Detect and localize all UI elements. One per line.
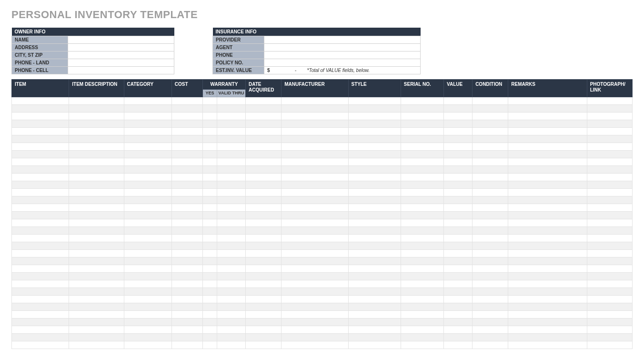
table-cell[interactable] bbox=[171, 120, 202, 127]
table-cell[interactable] bbox=[508, 127, 587, 135]
table-cell[interactable] bbox=[202, 303, 217, 310]
table-cell[interactable] bbox=[444, 158, 473, 165]
table-cell[interactable] bbox=[587, 318, 632, 326]
table-cell[interactable] bbox=[444, 272, 473, 280]
table-cell[interactable] bbox=[171, 219, 202, 226]
table-cell[interactable] bbox=[171, 158, 202, 165]
table-cell[interactable] bbox=[473, 280, 508, 288]
table-cell[interactable] bbox=[202, 127, 217, 135]
table-cell[interactable] bbox=[508, 265, 587, 272]
table-cell[interactable] bbox=[348, 226, 401, 234]
owner-phone-land-value[interactable] bbox=[68, 59, 174, 67]
table-cell[interactable] bbox=[246, 295, 282, 303]
table-cell[interactable] bbox=[348, 188, 401, 196]
table-cell[interactable] bbox=[124, 112, 171, 120]
table-cell[interactable] bbox=[348, 280, 401, 288]
table-cell[interactable] bbox=[12, 257, 69, 265]
table-cell[interactable] bbox=[217, 341, 245, 349]
table-cell[interactable] bbox=[508, 143, 587, 150]
table-cell[interactable] bbox=[124, 280, 171, 288]
owner-address-value[interactable] bbox=[68, 44, 174, 51]
table-cell[interactable] bbox=[69, 257, 124, 265]
table-cell[interactable] bbox=[171, 265, 202, 272]
table-cell[interactable] bbox=[473, 242, 508, 249]
table-cell[interactable] bbox=[69, 188, 124, 196]
table-cell[interactable] bbox=[12, 249, 69, 257]
table-cell[interactable] bbox=[508, 257, 587, 265]
table-cell[interactable] bbox=[444, 211, 473, 219]
table-cell[interactable] bbox=[473, 112, 508, 120]
table-cell[interactable] bbox=[12, 150, 69, 158]
table-cell[interactable] bbox=[401, 310, 443, 318]
table-cell[interactable] bbox=[124, 303, 171, 310]
table-cell[interactable] bbox=[348, 219, 401, 226]
table-cell[interactable] bbox=[587, 188, 632, 196]
table-cell[interactable] bbox=[202, 295, 217, 303]
table-cell[interactable] bbox=[217, 196, 245, 204]
table-cell[interactable] bbox=[69, 341, 124, 349]
table-cell[interactable] bbox=[217, 219, 245, 226]
table-cell[interactable] bbox=[348, 143, 401, 150]
table-cell[interactable] bbox=[217, 249, 245, 257]
table-cell[interactable] bbox=[246, 288, 282, 295]
table-cell[interactable] bbox=[202, 318, 217, 326]
table-cell[interactable] bbox=[69, 143, 124, 150]
table-cell[interactable] bbox=[508, 295, 587, 303]
table-cell[interactable] bbox=[171, 173, 202, 181]
table-cell[interactable] bbox=[12, 165, 69, 173]
table-cell[interactable] bbox=[444, 127, 473, 135]
table-cell[interactable] bbox=[282, 104, 348, 112]
table-cell[interactable] bbox=[69, 158, 124, 165]
table-cell[interactable] bbox=[124, 97, 171, 104]
table-cell[interactable] bbox=[401, 326, 443, 333]
table-cell[interactable] bbox=[217, 165, 245, 173]
table-cell[interactable] bbox=[217, 181, 245, 188]
table-cell[interactable] bbox=[401, 333, 443, 341]
table-cell[interactable] bbox=[587, 333, 632, 341]
table-cell[interactable] bbox=[217, 310, 245, 318]
table-cell[interactable] bbox=[69, 303, 124, 310]
table-cell[interactable] bbox=[587, 295, 632, 303]
table-cell[interactable] bbox=[12, 135, 69, 143]
table-cell[interactable] bbox=[246, 333, 282, 341]
table-cell[interactable] bbox=[217, 204, 245, 211]
table-cell[interactable] bbox=[171, 341, 202, 349]
table-cell[interactable] bbox=[401, 234, 443, 242]
table-cell[interactable] bbox=[124, 295, 171, 303]
table-cell[interactable] bbox=[587, 288, 632, 295]
table-cell[interactable] bbox=[69, 135, 124, 143]
table-cell[interactable] bbox=[282, 265, 348, 272]
table-cell[interactable] bbox=[217, 234, 245, 242]
table-cell[interactable] bbox=[202, 150, 217, 158]
table-cell[interactable] bbox=[508, 150, 587, 158]
table-cell[interactable] bbox=[124, 242, 171, 249]
table-cell[interactable] bbox=[171, 112, 202, 120]
table-cell[interactable] bbox=[348, 196, 401, 204]
table-cell[interactable] bbox=[508, 211, 587, 219]
table-cell[interactable] bbox=[69, 295, 124, 303]
table-cell[interactable] bbox=[587, 196, 632, 204]
table-cell[interactable] bbox=[587, 112, 632, 120]
table-cell[interactable] bbox=[401, 196, 443, 204]
table-cell[interactable] bbox=[282, 310, 348, 318]
table-cell[interactable] bbox=[124, 265, 171, 272]
table-cell[interactable] bbox=[246, 165, 282, 173]
table-cell[interactable] bbox=[401, 135, 443, 143]
table-cell[interactable] bbox=[124, 341, 171, 349]
table-cell[interactable] bbox=[12, 188, 69, 196]
table-cell[interactable] bbox=[473, 295, 508, 303]
table-cell[interactable] bbox=[217, 127, 245, 135]
table-cell[interactable] bbox=[171, 188, 202, 196]
table-cell[interactable] bbox=[282, 326, 348, 333]
table-cell[interactable] bbox=[508, 165, 587, 173]
table-cell[interactable] bbox=[508, 219, 587, 226]
table-cell[interactable] bbox=[348, 265, 401, 272]
table-cell[interactable] bbox=[217, 265, 245, 272]
table-cell[interactable] bbox=[171, 211, 202, 219]
table-cell[interactable] bbox=[69, 242, 124, 249]
table-cell[interactable] bbox=[217, 272, 245, 280]
table-cell[interactable] bbox=[282, 112, 348, 120]
table-cell[interactable] bbox=[473, 333, 508, 341]
table-cell[interactable] bbox=[246, 219, 282, 226]
table-cell[interactable] bbox=[444, 318, 473, 326]
